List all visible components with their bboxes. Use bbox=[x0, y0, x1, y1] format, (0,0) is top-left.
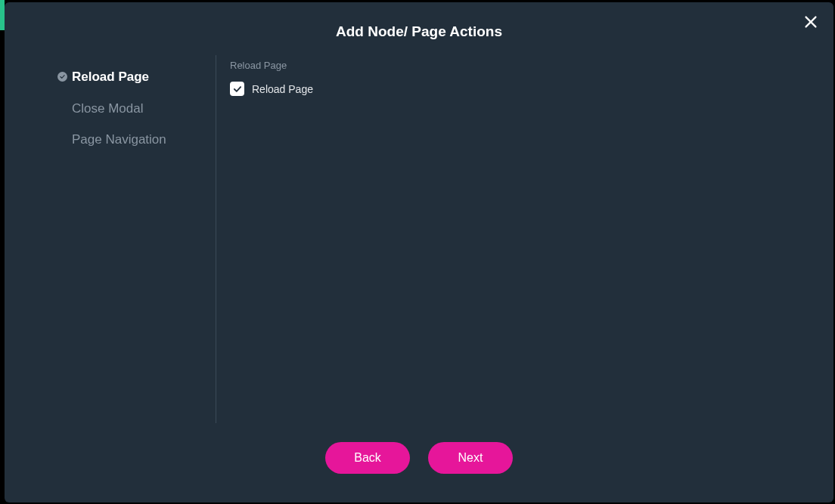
content-panel: Reload Page Reload Page bbox=[216, 55, 833, 434]
sidebar-item-reload-page[interactable]: Reload Page bbox=[57, 61, 216, 93]
section-label: Reload Page bbox=[230, 60, 833, 71]
sidebar-item-label: Reload Page bbox=[72, 67, 149, 87]
close-button[interactable] bbox=[802, 13, 820, 31]
sidebar-item-label: Page Navigation bbox=[72, 130, 166, 150]
check-circle-icon bbox=[57, 72, 67, 82]
close-icon bbox=[802, 14, 819, 30]
modal-dialog: Add Node/ Page Actions Reload Page Close… bbox=[5, 2, 833, 502]
modal-body: Reload Page Close Modal Page Navigation … bbox=[5, 55, 833, 434]
modal-footer: Back Next bbox=[5, 434, 833, 502]
checkbox-row: Reload Page bbox=[230, 82, 833, 96]
back-button[interactable]: Back bbox=[325, 442, 410, 474]
sidebar-item-page-navigation[interactable]: Page Navigation bbox=[57, 124, 216, 156]
bullet-spacer bbox=[57, 135, 67, 144]
bullet-spacer bbox=[57, 104, 67, 113]
next-button[interactable]: Next bbox=[428, 442, 513, 474]
checkbox-label: Reload Page bbox=[252, 83, 313, 95]
reload-page-checkbox[interactable] bbox=[230, 82, 244, 96]
sidebar: Reload Page Close Modal Page Navigation bbox=[57, 55, 216, 423]
check-icon bbox=[232, 84, 243, 94]
sidebar-item-close-modal[interactable]: Close Modal bbox=[57, 93, 216, 125]
sidebar-item-label: Close Modal bbox=[72, 99, 144, 119]
modal-title: Add Node/ Page Actions bbox=[5, 2, 833, 55]
